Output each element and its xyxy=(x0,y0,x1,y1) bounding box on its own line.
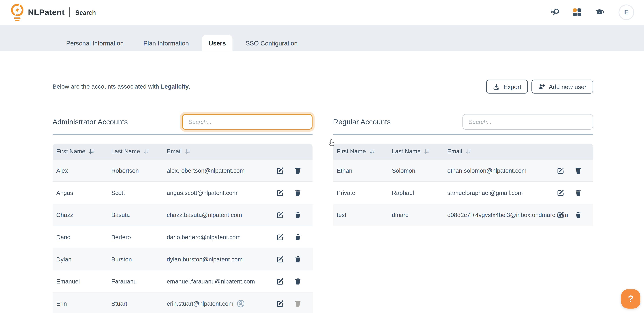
delete-user-icon[interactable] xyxy=(574,167,582,174)
admin-section-divider xyxy=(53,134,313,135)
edit-user-icon[interactable] xyxy=(276,233,284,241)
admin-sort-last-name[interactable]: Last Name xyxy=(111,148,163,155)
cell-last-name: Robertson xyxy=(108,167,163,174)
delete-user-icon[interactable] xyxy=(294,167,302,174)
cell-first-name: Ethan xyxy=(333,167,388,174)
header-icon-group: E xyxy=(550,4,634,20)
cell-email: alex.robertson@nlpatent.com xyxy=(167,167,245,174)
graduation-cap-icon[interactable] xyxy=(594,7,605,17)
user-avatar[interactable]: E xyxy=(618,4,634,20)
col-label-first-name: First Name xyxy=(337,148,366,155)
quick-search-icon[interactable] xyxy=(550,7,560,17)
sort-icon xyxy=(424,148,430,154)
regular-accounts-table: First Name Last Name Email Ethan Solomon xyxy=(333,144,593,226)
apps-grid-icon[interactable] xyxy=(572,7,582,17)
intro-prefix: Below are the accounts associated with xyxy=(53,83,161,90)
cell-last-name: Bertero xyxy=(108,234,163,240)
sort-icon xyxy=(89,148,95,154)
cell-email: d08d2c7f+4vgvsfx4bei3@inbox.ondmarc.com xyxy=(447,212,568,218)
settings-tabbar: Personal Information Plan Information Us… xyxy=(0,25,644,51)
cell-last-name: Burston xyxy=(108,256,163,263)
delete-user-icon[interactable] xyxy=(574,211,582,219)
admin-table-header: First Name Last Name Email xyxy=(53,144,313,159)
row-actions xyxy=(276,271,313,292)
sort-icon xyxy=(143,148,150,154)
app-root: NLPatent Search E xyxy=(0,0,644,313)
row-actions xyxy=(276,182,313,203)
admin-section-title: Administrator Accounts xyxy=(53,118,128,126)
intro-text: Below are the accounts associated with L… xyxy=(53,83,190,90)
cell-last-name: dmarc xyxy=(388,212,444,218)
col-label-email: Email xyxy=(167,148,182,155)
regular-search-input[interactable] xyxy=(462,114,593,130)
delete-user-icon[interactable] xyxy=(294,233,302,241)
row-actions xyxy=(276,293,313,313)
row-actions xyxy=(276,248,313,270)
regular-section-title: Regular Accounts xyxy=(333,118,390,126)
col-label-first-name: First Name xyxy=(56,148,85,155)
cell-email: samueloraphael@gmail.com xyxy=(447,189,523,196)
accounts-sections: Administrator Accounts First Name Last N… xyxy=(53,114,593,313)
regular-section-divider xyxy=(333,134,593,135)
download-icon xyxy=(493,83,500,90)
regular-accounts-section: Regular Accounts First Name Last Name Em… xyxy=(333,114,593,313)
regular-sort-last-name[interactable]: Last Name xyxy=(392,148,444,155)
edit-user-icon[interactable] xyxy=(276,255,284,263)
edit-user-icon[interactable] xyxy=(276,300,284,307)
cell-first-name: Dario xyxy=(53,234,108,240)
help-button[interactable]: ? xyxy=(621,289,640,309)
table-row: Alex Robertson alex.robertson@nlpatent.c… xyxy=(53,159,313,181)
regular-sort-first-name[interactable]: First Name xyxy=(337,148,388,155)
regular-sort-email[interactable]: Email xyxy=(447,148,472,155)
delete-user-icon[interactable] xyxy=(294,278,302,285)
brand-logo[interactable]: NLPatent xyxy=(10,2,65,22)
cell-email: chazz.basuta@nlpatent.com xyxy=(167,212,242,218)
cell-email: erin.stuart@nlpatent.com xyxy=(167,300,233,307)
cell-email: emanuel.farauanu@nlpatent.com xyxy=(167,278,255,285)
admin-sort-email[interactable]: Email xyxy=(167,148,191,155)
cell-first-name: Alex xyxy=(53,167,108,174)
tab-personal-information[interactable]: Personal Information xyxy=(60,35,130,51)
person-circle-icon xyxy=(237,299,245,308)
tab-plan-information[interactable]: Plan Information xyxy=(137,35,196,51)
row-actions xyxy=(557,182,593,203)
col-label-last-name: Last Name xyxy=(111,148,140,155)
table-row: Chazz Basuta chazz.basuta@nlpatent.com xyxy=(53,204,313,226)
table-row: Private Raphael samueloraphael@gmail.com xyxy=(333,181,593,204)
cell-first-name: Chazz xyxy=(53,212,108,218)
row-actions xyxy=(276,204,313,226)
delete-user-icon[interactable] xyxy=(294,211,302,219)
edit-user-icon[interactable] xyxy=(557,211,564,219)
edit-user-icon[interactable] xyxy=(276,167,284,174)
action-buttons: Export Add new user xyxy=(486,80,593,93)
add-new-user-button[interactable]: Add new user xyxy=(532,80,593,93)
delete-user-icon[interactable] xyxy=(574,189,582,196)
product-name: Search xyxy=(76,9,96,16)
help-label: ? xyxy=(628,293,634,304)
cell-first-name: Angus xyxy=(53,189,108,196)
delete-user-icon[interactable] xyxy=(294,189,302,196)
edit-user-icon[interactable] xyxy=(276,211,284,219)
edit-user-icon[interactable] xyxy=(557,167,564,174)
edit-user-icon[interactable] xyxy=(276,278,284,285)
edit-user-icon[interactable] xyxy=(276,189,284,196)
org-name: Legalicity xyxy=(161,83,189,90)
row-actions xyxy=(557,204,593,226)
cell-last-name: Solomon xyxy=(388,167,444,174)
cell-first-name: Emanuel xyxy=(53,278,108,285)
admin-sort-first-name[interactable]: First Name xyxy=(56,148,108,155)
edit-user-icon[interactable] xyxy=(557,189,564,196)
export-button[interactable]: Export xyxy=(486,80,528,93)
table-row: Ethan Solomon ethan.solomon@nlpatent.com xyxy=(333,159,593,181)
cell-email: dario.bertero@nlpatent.com xyxy=(167,234,241,240)
add-user-label: Add new user xyxy=(549,83,586,90)
tab-users[interactable]: Users xyxy=(202,35,232,51)
delete-user-icon[interactable] xyxy=(294,255,302,263)
sort-icon xyxy=(466,148,472,154)
admin-search-input[interactable] xyxy=(182,114,312,130)
tab-sso-configuration[interactable]: SSO Configuration xyxy=(239,35,304,51)
row-actions xyxy=(276,226,313,248)
table-row: Angus Scott angus.scott@nlpatent.com xyxy=(53,181,313,204)
app-header: NLPatent Search E xyxy=(0,0,644,25)
cell-last-name: Farauanu xyxy=(108,278,163,285)
